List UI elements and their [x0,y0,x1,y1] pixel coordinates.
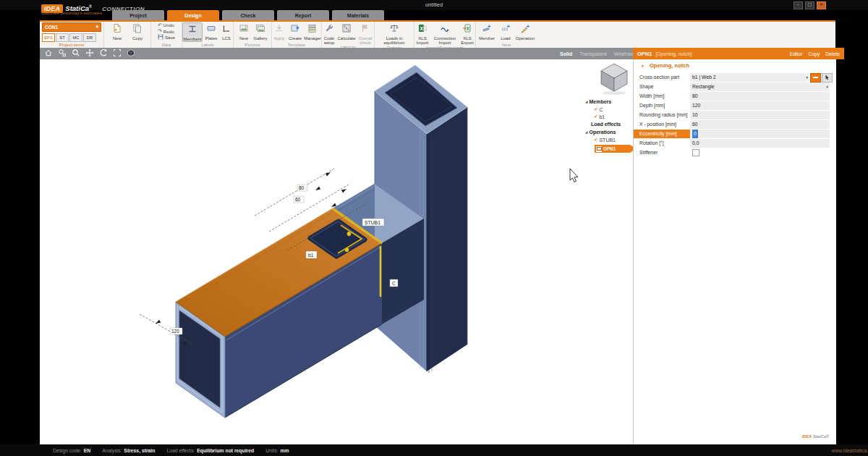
zoom-window-icon[interactable] [58,47,67,60]
property-row-rounding-radius: Rounding radius [mm] 10 [634,111,836,119]
tree-item-column-c[interactable]: ✔ C [594,106,603,112]
picture-new-button[interactable]: New [237,22,251,41]
tab-materials[interactable]: Materials [332,10,384,20]
tab-report[interactable]: Report [277,10,329,20]
tree-item-stub1[interactable]: ✔ STUB1 [594,137,616,143]
undo-button[interactable]: ↶Undo [158,22,174,29]
project-item-dropdown[interactable]: CON1 ▾ [42,22,101,32]
svg-text:X: X [467,25,470,30]
beam-member-b1[interactable] [176,184,424,418]
shape-select[interactable]: Rectangle ▾ [690,83,830,91]
loads-in-equilibrium-button[interactable]: Loads in equilibrium [380,22,409,46]
connection-import-button[interactable]: Connection Import [433,22,457,46]
cross-section-part-select[interactable]: b1 | Web 2 ▾ [690,73,809,82]
editor-button[interactable]: Editor [790,51,803,56]
part-highlight-button[interactable] [810,73,821,83]
width-input[interactable]: 80 [690,92,830,101]
label-column-c[interactable]: C [392,281,396,286]
pan-icon[interactable] [85,47,94,60]
member-labels-icon [187,24,197,37]
close-button[interactable]: ✕ [817,1,826,9]
rounding-radius-input[interactable]: 10 [690,111,830,119]
code-button-st[interactable]: ST [56,33,69,42]
status-analysis: Analysis: Stress, strain [102,448,155,453]
copy-project-item-button[interactable]: Copy [128,22,147,41]
template-manager-button[interactable]: Manager [304,22,321,41]
tab-project[interactable]: Project [112,10,164,20]
tab-check[interactable]: Check [222,10,274,20]
abacus-icon [341,23,352,36]
xls-import-button[interactable]: X XLS Import [414,22,431,46]
x-position-input[interactable]: 60 [690,120,830,129]
expander-icon: ◢ [585,130,587,134]
code-setup-button[interactable]: Code setup [322,22,336,46]
template-apply-button[interactable]: Apply [272,22,286,41]
depth-input[interactable]: 120 [690,101,830,110]
3d-viewport[interactable]: 80 60 120 b1 STUB1 C [40,59,633,444]
save-button[interactable]: Save [158,35,175,41]
calculate-button[interactable]: Calculate [338,22,355,41]
tree-load-effects-header[interactable]: Load effects [591,122,621,127]
ribbon-group-label: Template [288,43,305,48]
view-mode-solid[interactable]: Solid [560,51,572,56]
code-button-dr[interactable]: DR [83,33,96,42]
ribbon-group-cbfem: Code setup Calculate Overall check CBFEM [322,22,375,49]
tree-item-beam-b1[interactable]: ✔ b1 [594,114,605,119]
eccentricity-input[interactable]: 0 [690,130,830,138]
mouse-cursor [570,169,578,182]
opening-operation-icon [596,146,602,152]
xls-export-button[interactable]: X XLS Export [459,22,476,46]
new-load-button[interactable]: + Load [498,22,514,41]
part-picker-button[interactable] [822,73,833,83]
xls-export-icon: X [462,23,472,36]
home-view-icon[interactable] [44,47,53,60]
tree-operations-header[interactable]: ◢ Operations [585,130,616,135]
label-b1[interactable]: b1 [308,253,314,258]
rotation-input[interactable]: 0,0 [690,139,830,148]
rotate-view-icon[interactable] [99,47,108,60]
redo-icon: ↷ [158,28,162,34]
delete-operation-button[interactable]: Delete [825,51,840,56]
property-panel: ▼ Opening, notch Cross-section part b1 |… [633,59,836,444]
minimize-button[interactable]: – [793,1,803,9]
3d-scene[interactable]: 80 60 120 b1 STUB1 C [40,59,633,444]
solid-view-icon[interactable] [127,47,135,60]
new-member-button[interactable]: + Member [477,22,496,41]
zoom-icon[interactable] [72,47,80,60]
bolt-icon [347,232,352,236]
apply-template-icon [274,23,284,36]
view-mode-transparent[interactable]: Transparent [579,51,606,56]
property-row-depth: Depth [mm] 120 [634,101,836,110]
section-opening-notch[interactable]: ▼ Opening, notch [634,62,836,71]
maximize-button[interactable]: ▢ [805,1,814,9]
label-stub1[interactable]: STUB1 [365,220,380,225]
property-row-width: Width [mm] 80 [634,92,836,101]
app-window: untitled – ▢ ✕ IDEAStatiCa® CONNECTION C… [40,0,835,456]
labels-lcs-button[interactable]: LCS [220,22,233,41]
ribbon-group-pictures: New Gallery Pictures [234,22,272,49]
zoom-fit-icon[interactable] [113,47,122,60]
code-button-eps[interactable]: EPS [42,33,55,42]
new-project-item-button[interactable]: New [108,22,127,41]
property-row-eccentricity: Eccentricity [mm] 0 [634,130,836,138]
new-member-icon: + [482,23,492,36]
ribbon-group-label: Labels [201,43,214,48]
tree-item-opn1-selected[interactable]: OPN1 [595,145,636,153]
tab-design[interactable]: Design [167,10,219,20]
xls-import-icon: X [417,23,427,36]
stiffener-checkbox[interactable] [692,149,699,156]
redo-button[interactable]: ↷Redo [158,28,174,35]
pick-cursor-icon [825,75,830,80]
tree-members-header[interactable]: ◢ Members [585,99,611,104]
ribbon: CON1 ▾ EPS ST MC DR Project items [40,22,835,49]
picture-gallery-button[interactable]: Gallery [252,22,268,41]
labels-plates-button[interactable]: Plates [204,22,218,41]
copy-operation-button[interactable]: Copy [808,51,820,56]
website-link[interactable]: www.ideastatica.com [832,448,868,453]
code-button-mc[interactable]: MC [69,33,82,42]
template-create-button[interactable]: Create [288,22,302,41]
new-operation-button[interactable]: + Operation [515,22,535,41]
navigation-cube[interactable] [597,62,631,96]
labels-members-button[interactable]: Members [182,22,203,43]
overall-check-button[interactable]: Overall check [357,22,374,46]
